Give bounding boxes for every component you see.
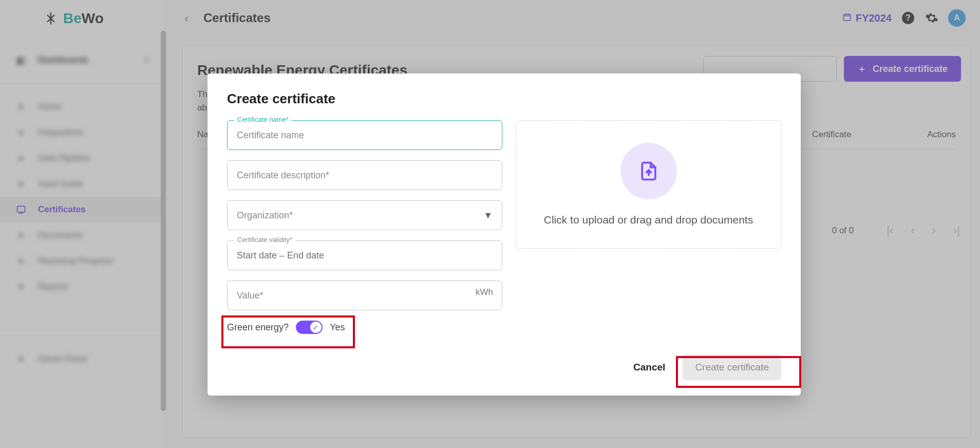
cancel-button[interactable]: Cancel bbox=[625, 354, 673, 380]
organization-field: Organization* ▼ bbox=[227, 200, 502, 230]
certificate-description-input[interactable] bbox=[227, 160, 502, 190]
toggle-knob-check-icon: ✓ bbox=[310, 322, 322, 333]
green-energy-question: Green energy? bbox=[227, 322, 289, 333]
value-input[interactable] bbox=[227, 281, 502, 310]
organization-select[interactable]: Organization* ▼ bbox=[227, 200, 502, 230]
validity-placeholder: Start date – End date bbox=[237, 250, 324, 261]
validity-field: Certificate validity* Start date – End d… bbox=[227, 240, 502, 270]
certificate-name-label: Certificate name* bbox=[234, 116, 292, 123]
create-certificate-submit-button[interactable]: Create certificate bbox=[683, 354, 781, 380]
green-energy-toggle[interactable]: ✓ bbox=[296, 321, 323, 334]
dropzone-text: Click to upload or drag and drop documen… bbox=[544, 214, 753, 226]
validity-date-range-input[interactable]: Start date – End date bbox=[227, 240, 502, 270]
organization-placeholder: Organization* bbox=[237, 210, 293, 221]
certificate-name-input[interactable] bbox=[227, 120, 502, 150]
create-certificate-modal: Create certificate Certificate name* Org… bbox=[208, 73, 801, 396]
document-dropzone[interactable]: Click to upload or drag and drop documen… bbox=[516, 120, 781, 249]
green-energy-value: Yes bbox=[330, 322, 345, 333]
green-energy-toggle-row: Green energy? ✓ Yes bbox=[227, 321, 502, 334]
certificate-name-field: Certificate name* bbox=[227, 120, 502, 150]
certificate-description-field bbox=[227, 160, 502, 190]
value-field: kWh bbox=[227, 281, 502, 310]
upload-icon bbox=[620, 143, 677, 199]
validity-label: Certificate validity* bbox=[234, 236, 295, 244]
dropdown-arrow-icon: ▼ bbox=[483, 210, 493, 221]
value-unit: kWh bbox=[476, 287, 493, 297]
modal-title: Create certificate bbox=[227, 91, 781, 107]
